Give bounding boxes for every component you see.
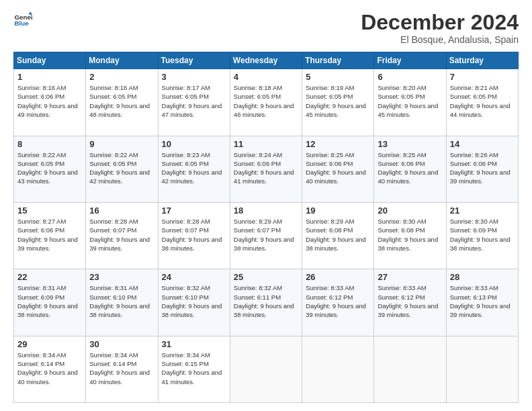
day-info: Sunrise: 8:28 AMSunset: 6:07 PMDaylight:… xyxy=(89,217,154,253)
day-number: 30 xyxy=(89,339,154,349)
day-number: 28 xyxy=(450,272,515,282)
day-info: Sunrise: 8:16 AMSunset: 6:05 PMDaylight:… xyxy=(89,83,154,119)
table-row: 22Sunrise: 8:31 AMSunset: 6:09 PMDayligh… xyxy=(14,269,86,336)
day-info: Sunrise: 8:18 AMSunset: 6:05 PMDaylight:… xyxy=(234,83,298,119)
col-sunday: Sunday xyxy=(14,52,86,69)
day-number: 4 xyxy=(234,72,298,82)
day-info: Sunrise: 8:34 AMSunset: 6:15 PMDaylight:… xyxy=(162,351,226,386)
logo: General Blue xyxy=(13,11,32,30)
table-row: 29Sunrise: 8:34 AMSunset: 6:14 PMDayligh… xyxy=(14,336,86,402)
table-row: 28Sunrise: 8:33 AMSunset: 6:13 PMDayligh… xyxy=(446,269,518,336)
day-number: 29 xyxy=(17,339,82,349)
table-row: 27Sunrise: 8:33 AMSunset: 6:12 PMDayligh… xyxy=(374,269,446,336)
col-friday: Friday xyxy=(374,52,446,69)
day-info: Sunrise: 8:29 AMSunset: 6:08 PMDaylight:… xyxy=(306,217,370,253)
day-number: 13 xyxy=(378,139,442,149)
table-row: 6Sunrise: 8:20 AMSunset: 6:05 PMDaylight… xyxy=(374,69,446,136)
day-number: 16 xyxy=(89,205,154,216)
day-number: 31 xyxy=(162,339,226,349)
day-number: 9 xyxy=(89,139,154,149)
calendar-row: 22Sunrise: 8:31 AMSunset: 6:09 PMDayligh… xyxy=(14,269,519,336)
day-number: 24 xyxy=(162,272,226,282)
day-info: Sunrise: 8:19 AMSunset: 6:05 PMDaylight:… xyxy=(306,83,370,119)
table-row: 1Sunrise: 8:16 AMSunset: 6:06 PMDaylight… xyxy=(14,69,86,136)
day-info: Sunrise: 8:22 AMSunset: 6:05 PMDaylight:… xyxy=(17,150,82,186)
page: General Blue December 2024 El Bosque, An… xyxy=(0,0,532,411)
day-info: Sunrise: 8:23 AMSunset: 6:05 PMDaylight:… xyxy=(162,150,226,186)
day-number: 2 xyxy=(89,72,154,82)
table-row: 12Sunrise: 8:25 AMSunset: 6:06 PMDayligh… xyxy=(302,136,374,202)
day-number: 18 xyxy=(234,205,298,216)
day-number: 19 xyxy=(306,205,370,216)
calendar-row: 8Sunrise: 8:22 AMSunset: 6:05 PMDaylight… xyxy=(14,136,519,202)
day-number: 11 xyxy=(234,139,298,149)
day-info: Sunrise: 8:16 AMSunset: 6:06 PMDaylight:… xyxy=(17,83,82,119)
day-number: 14 xyxy=(450,139,515,149)
day-info: Sunrise: 8:34 AMSunset: 6:14 PMDaylight:… xyxy=(17,351,82,386)
svg-text:Blue: Blue xyxy=(14,19,29,27)
col-tuesday: Tuesday xyxy=(158,52,230,69)
table-row: 15Sunrise: 8:27 AMSunset: 6:06 PMDayligh… xyxy=(14,202,86,269)
day-info: Sunrise: 8:32 AMSunset: 6:10 PMDaylight:… xyxy=(162,283,226,319)
table-row: 8Sunrise: 8:22 AMSunset: 6:05 PMDaylight… xyxy=(14,136,86,202)
day-info: Sunrise: 8:34 AMSunset: 6:14 PMDaylight:… xyxy=(89,351,154,386)
table-row: 23Sunrise: 8:31 AMSunset: 6:10 PMDayligh… xyxy=(86,269,158,336)
table-row: 21Sunrise: 8:30 AMSunset: 6:09 PMDayligh… xyxy=(446,202,518,269)
day-number: 6 xyxy=(378,72,442,82)
day-number: 26 xyxy=(306,272,370,282)
table-row: 17Sunrise: 8:28 AMSunset: 6:07 PMDayligh… xyxy=(158,202,230,269)
day-info: Sunrise: 8:20 AMSunset: 6:05 PMDaylight:… xyxy=(378,83,442,119)
table-row: 7Sunrise: 8:21 AMSunset: 6:05 PMDaylight… xyxy=(446,69,518,136)
day-info: Sunrise: 8:28 AMSunset: 6:07 PMDaylight:… xyxy=(162,217,226,253)
day-info: Sunrise: 8:30 AMSunset: 6:09 PMDaylight:… xyxy=(450,217,515,253)
table-row xyxy=(302,336,374,402)
col-monday: Monday xyxy=(86,52,158,69)
table-row xyxy=(446,336,518,402)
table-row: 18Sunrise: 8:29 AMSunset: 6:07 PMDayligh… xyxy=(230,202,302,269)
table-row xyxy=(230,336,302,402)
day-info: Sunrise: 8:22 AMSunset: 6:05 PMDaylight:… xyxy=(89,150,154,186)
table-row: 11Sunrise: 8:24 AMSunset: 6:06 PMDayligh… xyxy=(230,136,302,202)
day-info: Sunrise: 8:27 AMSunset: 6:06 PMDaylight:… xyxy=(17,217,82,253)
day-number: 7 xyxy=(450,72,515,82)
page-subtitle: El Bosque, Andalusia, Spain xyxy=(361,34,519,45)
table-row: 25Sunrise: 8:32 AMSunset: 6:11 PMDayligh… xyxy=(230,269,302,336)
day-number: 23 xyxy=(89,272,154,282)
day-number: 5 xyxy=(306,72,370,82)
day-number: 25 xyxy=(234,272,298,282)
table-row: 20Sunrise: 8:30 AMSunset: 6:08 PMDayligh… xyxy=(374,202,446,269)
table-row: 19Sunrise: 8:29 AMSunset: 6:08 PMDayligh… xyxy=(302,202,374,269)
day-number: 3 xyxy=(162,72,226,82)
table-row xyxy=(374,336,446,402)
table-row: 9Sunrise: 8:22 AMSunset: 6:05 PMDaylight… xyxy=(86,136,158,202)
day-info: Sunrise: 8:17 AMSunset: 6:05 PMDaylight:… xyxy=(162,83,226,119)
col-thursday: Thursday xyxy=(302,52,374,69)
table-row: 14Sunrise: 8:26 AMSunset: 6:06 PMDayligh… xyxy=(446,136,518,202)
table-row: 2Sunrise: 8:16 AMSunset: 6:05 PMDaylight… xyxy=(86,69,158,136)
page-title: December 2024 xyxy=(361,11,519,34)
calendar-row: 29Sunrise: 8:34 AMSunset: 6:14 PMDayligh… xyxy=(14,336,519,402)
logo-icon: General Blue xyxy=(13,11,32,30)
table-row: 30Sunrise: 8:34 AMSunset: 6:14 PMDayligh… xyxy=(86,336,158,402)
day-number: 22 xyxy=(17,272,82,282)
day-info: Sunrise: 8:31 AMSunset: 6:10 PMDaylight:… xyxy=(89,283,154,319)
table-row: 31Sunrise: 8:34 AMSunset: 6:15 PMDayligh… xyxy=(158,336,230,402)
table-row: 10Sunrise: 8:23 AMSunset: 6:05 PMDayligh… xyxy=(158,136,230,202)
table-row: 13Sunrise: 8:25 AMSunset: 6:06 PMDayligh… xyxy=(374,136,446,202)
day-info: Sunrise: 8:32 AMSunset: 6:11 PMDaylight:… xyxy=(234,283,298,319)
table-row: 24Sunrise: 8:32 AMSunset: 6:10 PMDayligh… xyxy=(158,269,230,336)
calendar-row: 1Sunrise: 8:16 AMSunset: 6:06 PMDaylight… xyxy=(14,69,519,136)
title-section: December 2024 El Bosque, Andalusia, Spai… xyxy=(361,11,519,45)
table-row: 26Sunrise: 8:33 AMSunset: 6:12 PMDayligh… xyxy=(302,269,374,336)
day-info: Sunrise: 8:31 AMSunset: 6:09 PMDaylight:… xyxy=(17,283,82,319)
day-info: Sunrise: 8:33 AMSunset: 6:13 PMDaylight:… xyxy=(450,283,515,319)
table-row: 5Sunrise: 8:19 AMSunset: 6:05 PMDaylight… xyxy=(302,69,374,136)
day-info: Sunrise: 8:21 AMSunset: 6:05 PMDaylight:… xyxy=(450,83,515,119)
day-number: 20 xyxy=(378,205,442,216)
col-wednesday: Wednesday xyxy=(230,52,302,69)
day-info: Sunrise: 8:24 AMSunset: 6:06 PMDaylight:… xyxy=(234,150,298,186)
day-number: 10 xyxy=(162,139,226,149)
day-number: 1 xyxy=(17,72,82,82)
calendar-row: 15Sunrise: 8:27 AMSunset: 6:06 PMDayligh… xyxy=(14,202,519,269)
day-number: 27 xyxy=(378,272,442,282)
